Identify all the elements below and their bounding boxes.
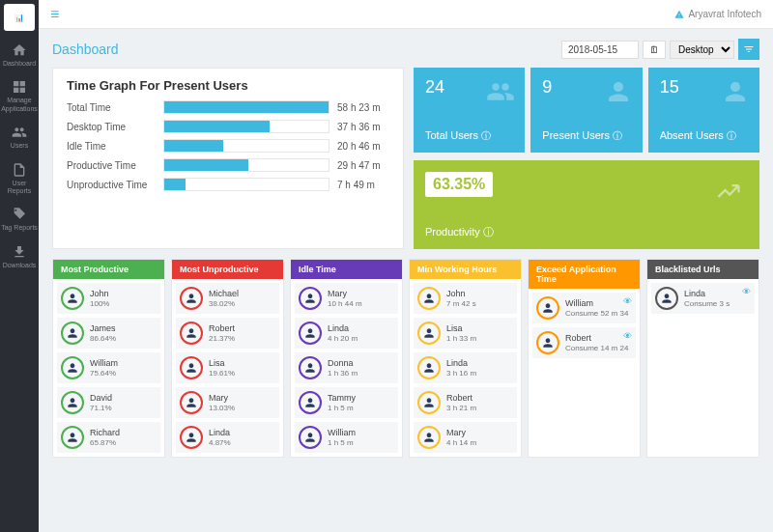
list-item[interactable]: Michael 38.02% — [176, 283, 279, 314]
item-value: 13.03% — [209, 404, 235, 413]
list-item[interactable]: Linda 4.87% — [176, 422, 279, 453]
avatar — [299, 356, 322, 379]
column-header: Exceed Application Time — [529, 260, 640, 289]
sidebar: 📊 Dashboard Manage Applications Users Us… — [0, 0, 39, 532]
nav-user reports[interactable]: User Reports — [0, 156, 40, 202]
item-name: Linda — [446, 358, 476, 369]
item-name: Robert — [446, 393, 476, 404]
item-name: John — [446, 289, 476, 299]
list-item[interactable]: Tammy 1 h 5 m — [295, 387, 398, 418]
calendar-icon[interactable]: 🗓 — [643, 41, 666, 59]
item-value: Consume 14 m 24 — [565, 344, 628, 353]
person-icon — [660, 292, 673, 305]
person-icon — [303, 326, 317, 340]
person-icon — [66, 396, 79, 409]
view-icon[interactable]: 👁 — [742, 287, 751, 296]
column-header: Most Unproductive — [172, 260, 283, 279]
time-graph-card: Time Graph For Present Users Total Time … — [52, 68, 404, 249]
item-name: Tammy — [328, 393, 356, 404]
person-icon — [185, 361, 198, 375]
list-item[interactable]: William 75.64% — [57, 352, 160, 383]
productivity-card[interactable]: 63.35% Productivity ⓘ — [414, 160, 759, 249]
item-value: 21.37% — [209, 334, 235, 344]
device-select[interactable]: Desktop — [670, 41, 734, 59]
item-value: 4.87% — [209, 438, 231, 448]
graph-row-value: 20 h 46 m — [337, 141, 389, 152]
list-item[interactable]: Linda Consume 3 s 👁 — [651, 283, 755, 314]
graph-row-label: Idle Time — [67, 141, 163, 152]
item-value: 75.64% — [90, 369, 118, 378]
menu-toggle-icon[interactable]: ≡ — [50, 6, 59, 23]
item-name: Donna — [328, 358, 358, 369]
nav-dashboard[interactable]: Dashboard — [0, 37, 40, 73]
item-name: Linda — [684, 289, 730, 299]
list-item[interactable]: William Consume 52 m 34 👁 — [532, 293, 636, 323]
avatar — [299, 287, 322, 310]
item-name: William — [565, 298, 628, 309]
stat-total users[interactable]: 24 Total Users ⓘ — [414, 68, 525, 153]
person-icon — [185, 396, 198, 409]
list-item[interactable]: Richard 65.87% — [57, 422, 160, 453]
list-item[interactable]: Linda 4 h 20 m — [295, 318, 398, 349]
list-item[interactable]: Lisa 19.61% — [176, 352, 279, 383]
stat-absent users[interactable]: 15 Absent Users ⓘ — [648, 68, 759, 153]
item-name: James — [90, 323, 116, 334]
person-icon — [422, 326, 436, 340]
avatar — [417, 391, 441, 414]
list-item[interactable]: Mary 13.03% — [176, 387, 279, 418]
item-name: Lisa — [446, 323, 476, 334]
person-icon — [66, 431, 79, 444]
list-item[interactable]: Linda 3 h 16 m — [414, 352, 517, 383]
nav-downloads[interactable]: Downloads — [0, 238, 40, 275]
avatar — [180, 322, 203, 345]
list-item[interactable]: Donna 1 h 36 m — [295, 352, 398, 383]
list-item[interactable]: Lisa 1 h 33 m — [414, 318, 517, 349]
list-item[interactable]: William 1 h 5 m — [295, 422, 398, 453]
avatar — [417, 426, 441, 449]
avatar — [61, 391, 84, 414]
list-item[interactable]: Robert 3 h 21 m — [414, 387, 517, 418]
filter-button[interactable] — [738, 39, 759, 60]
graph-title: Time Graph For Present Users — [67, 78, 389, 93]
graph-row: Productive Time 29 h 47 m — [67, 158, 389, 172]
user-check-icon — [604, 77, 633, 106]
list-item[interactable]: Robert Consume 14 m 24 👁 — [532, 327, 636, 358]
person-icon — [303, 396, 317, 409]
item-value: Consume 3 s — [684, 299, 730, 309]
download-icon — [12, 244, 27, 260]
item-value: 4 h 14 m — [446, 438, 476, 448]
person-icon — [66, 361, 79, 375]
home-icon — [12, 42, 27, 58]
list-item[interactable]: Mary 4 h 14 m — [414, 422, 517, 453]
avatar — [180, 287, 203, 310]
nav-manage applications[interactable]: Manage Applications — [0, 73, 40, 119]
person-icon — [185, 431, 198, 444]
item-value: 71.1% — [90, 404, 112, 413]
view-icon[interactable]: 👁 — [623, 296, 632, 306]
graph-row-label: Productive Time — [67, 160, 163, 171]
graph-row-value: 29 h 47 m — [337, 160, 389, 171]
person-icon — [422, 396, 436, 409]
graph-row: Total Time 58 h 23 m — [67, 100, 389, 114]
avatar — [655, 287, 678, 310]
graph-row-value: 58 h 23 m — [337, 102, 389, 113]
item-value: 3 h 16 m — [446, 369, 476, 378]
list-item[interactable]: David 71.1% — [57, 387, 160, 418]
column-most productive: Most Productive John 100% James 86.64% — [52, 259, 165, 458]
avatar — [417, 356, 441, 379]
company-name: Aryavrat Infotech — [688, 9, 761, 19]
stat-present users[interactable]: 9 Present Users ⓘ — [530, 68, 642, 153]
nav-users[interactable]: Users — [0, 119, 40, 155]
avatar — [180, 391, 203, 414]
date-input[interactable]: 2018-05-15 — [561, 41, 639, 59]
warning-icon — [674, 10, 684, 19]
view-icon[interactable]: 👁 — [623, 331, 632, 341]
list-item[interactable]: Robert 21.37% — [176, 318, 279, 349]
avatar — [299, 391, 322, 414]
list-item[interactable]: John 7 m 42 s — [414, 283, 517, 314]
list-item[interactable]: Mary 10 h 44 m — [295, 283, 398, 314]
nav-tag reports[interactable]: Tag Reports — [0, 201, 40, 238]
list-item[interactable]: John 100% — [57, 283, 160, 314]
graph-row: Unproductive Time 7 h 49 m — [67, 178, 389, 191]
list-item[interactable]: James 86.64% — [57, 318, 160, 349]
